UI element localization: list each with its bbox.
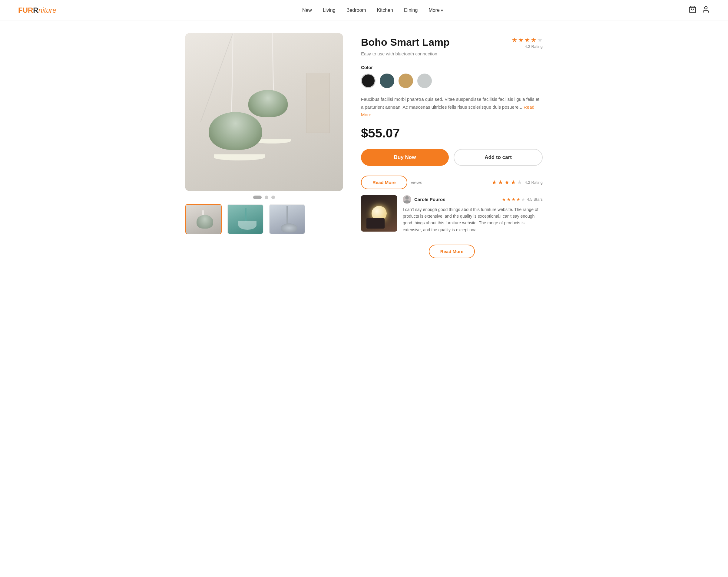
product-images (185, 33, 343, 258)
action-buttons: Buy Now Add to cart (361, 149, 543, 166)
bottom-read-more-container: Read More (361, 238, 543, 258)
color-swatch-teal[interactable] (380, 74, 394, 88)
thumbnail-2[interactable] (227, 204, 263, 234)
cart-icon[interactable] (688, 5, 697, 15)
header-icons (688, 5, 710, 15)
product-description: Faucibus facilisi morbi pharetra quis se… (361, 95, 543, 119)
logo[interactable]: FURRniture (18, 6, 57, 15)
rev-star-1: ★ (492, 179, 497, 186)
main-content: Boho Smart Lamp ★ ★ ★ ★ ★ 4.2 Rating Eas… (167, 21, 561, 270)
star-4: ★ (531, 36, 536, 44)
header: FURRniture New Living Bedroom Kitchen Di… (0, 0, 728, 21)
nav-more-label: More (428, 7, 439, 13)
thumbnail-3[interactable] (269, 204, 305, 234)
color-label: Color (361, 65, 543, 70)
product-stars: ★ ★ ★ ★ ★ (512, 36, 543, 44)
thumbnail-2-img (228, 205, 263, 234)
svg-point-1 (705, 6, 707, 9)
main-nav: New Living Bedroom Kitchen Dining More ▾ (302, 7, 443, 13)
product-title-row: Boho Smart Lamp ★ ★ ★ ★ ★ 4.2 Rating (361, 36, 543, 49)
review-card: Carole Pouros ★ ★ ★ ★ ★ 4.5 Stars (361, 195, 543, 233)
read-more-button-bottom[interactable]: Read More (429, 244, 475, 258)
rev-star-4: ★ (511, 179, 516, 186)
rev-star-2: ★ (498, 179, 503, 186)
color-swatch-silver[interactable] (417, 74, 432, 88)
product-details: Boho Smart Lamp ★ ★ ★ ★ ★ 4.2 Rating Eas… (361, 33, 543, 258)
reviewer-row: Carole Pouros ★ ★ ★ ★ ★ 4.5 Stars (403, 195, 543, 204)
thumbnail-1[interactable] (185, 204, 222, 234)
lamp-scene (185, 33, 343, 191)
rev-star-5: ★ (517, 179, 522, 186)
rating-block: ★ ★ ★ ★ ★ 4.2 Rating (512, 36, 543, 49)
color-section: Color (361, 65, 543, 88)
product-subtitle: Easy to use with bluetooth connection (361, 51, 543, 56)
user-icon[interactable] (702, 5, 710, 15)
dot-1[interactable] (253, 195, 262, 199)
reviewer-stars: ★ ★ ★ ★ ★ (502, 197, 525, 202)
thumbnail-list (185, 204, 343, 234)
buy-now-button[interactable]: Buy Now (361, 149, 449, 166)
reviews-header: Read More views ★ ★ ★ ★ ★ 4.2 Rating (361, 176, 543, 189)
review-content: Carole Pouros ★ ★ ★ ★ ★ 4.5 Stars (403, 195, 543, 233)
image-carousel-dots (185, 195, 343, 199)
rstar-2: ★ (506, 197, 511, 202)
star-2: ★ (518, 36, 524, 44)
reviews-rating-text: 4.2 Rating (525, 180, 543, 185)
star-5: ★ (537, 36, 543, 44)
color-swatches (361, 74, 543, 88)
color-swatch-black[interactable] (361, 74, 375, 88)
review-product-image (361, 195, 397, 232)
nav-bedroom[interactable]: Bedroom (346, 7, 366, 13)
nav-new[interactable]: New (302, 7, 312, 13)
star-1: ★ (512, 36, 517, 44)
read-more-button-top[interactable]: Read More (361, 176, 407, 189)
nav-living[interactable]: Living (323, 7, 336, 13)
reviews-label: views (411, 180, 422, 185)
color-swatch-gold[interactable] (398, 74, 413, 88)
product-title: Boho Smart Lamp (361, 36, 450, 48)
thumbnail-3-img (269, 205, 305, 234)
thumbnail-1-img (186, 205, 221, 234)
chevron-down-icon: ▾ (441, 8, 443, 13)
rev-star-3: ★ (504, 179, 510, 186)
reviews-summary-rating: ★ ★ ★ ★ ★ 4.2 Rating (492, 179, 543, 186)
review-text: I can't say enough good things about thi… (403, 206, 543, 233)
product-price: $55.07 (361, 126, 543, 140)
dot-3[interactable] (271, 195, 275, 199)
rstar-5: ★ (521, 197, 525, 202)
reviewer-name: Carole Pouros (414, 197, 445, 202)
dot-2[interactable] (265, 195, 268, 199)
reviews-section: Read More views ★ ★ ★ ★ ★ 4.2 Rating (361, 176, 543, 259)
product-desc-text: Faucibus facilisi morbi pharetra quis se… (361, 97, 539, 110)
nav-dining[interactable]: Dining (404, 7, 418, 13)
product-rating-text: 4.2 Rating (525, 44, 543, 49)
rstar-1: ★ (502, 197, 506, 202)
rstar-3: ★ (512, 197, 515, 202)
reviewer-avatar (403, 195, 411, 204)
reviews-stars: ★ ★ ★ ★ ★ (492, 179, 522, 186)
nav-kitchen[interactable]: Kitchen (377, 7, 393, 13)
nav-more[interactable]: More ▾ (428, 7, 443, 13)
star-3: ★ (524, 36, 530, 44)
reviewer-rating: ★ ★ ★ ★ ★ 4.5 Stars (502, 197, 543, 202)
rstar-4: ★ (516, 197, 520, 202)
reviewer-rating-label: 4.5 Stars (527, 197, 543, 202)
add-to-cart-button[interactable]: Add to cart (453, 149, 543, 166)
main-product-image (185, 33, 343, 191)
